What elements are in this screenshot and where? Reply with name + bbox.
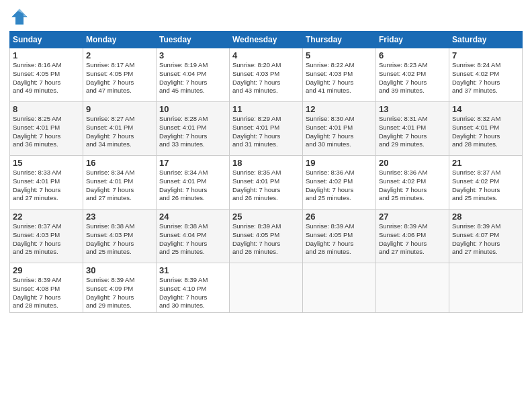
daylight-minutes: and 49 minutes. [13,87,58,94]
daylight-label: Daylight: 7 hours [232,132,280,140]
sunrise-label: Sunrise: 8:37 AM [452,169,500,176]
calendar-cell: 9 Sunrise: 8:27 AM Sunset: 4:01 PM Dayli… [83,102,157,156]
day-number: 10 [159,104,226,114]
sunrise-label: Sunrise: 8:33 AM [13,169,61,176]
daylight-label: Daylight: 7 hours [159,240,207,247]
daylight-label: Daylight: 7 hours [306,79,353,86]
daylight-minutes: and 33 minutes. [159,140,205,148]
sunset-label: Sunset: 4:04 PM [159,70,206,77]
weekday-header: Thursday [303,32,376,48]
daylight-label: Daylight: 7 hours [86,79,134,86]
sunrise-label: Sunrise: 8:36 AM [306,169,354,176]
daylight-label: Daylight: 7 hours [13,79,60,86]
daylight-minutes: and 41 minutes. [306,87,351,94]
day-info: Sunrise: 8:38 AM Sunset: 4:04 PM Dayligh… [159,222,226,257]
day-number: 15 [13,158,80,168]
weekday-header: Friday [376,32,449,48]
sunrise-label: Sunrise: 8:30 AM [306,115,354,122]
sunrise-label: Sunrise: 8:39 AM [13,276,61,283]
sunset-label: Sunset: 4:05 PM [13,70,60,77]
calendar-cell: 3 Sunrise: 8:19 AM Sunset: 4:04 PM Dayli… [157,48,230,102]
day-number: 26 [306,212,373,222]
daylight-label: Daylight: 7 hours [159,79,207,86]
daylight-minutes: and 26 minutes. [306,248,351,255]
sunrise-label: Sunrise: 8:32 AM [452,115,500,122]
calendar-cell: 28 Sunrise: 8:39 AM Sunset: 4:07 PM Dayl… [449,210,523,263]
sunrise-label: Sunrise: 8:23 AM [379,61,427,68]
daylight-minutes: and 30 minutes. [306,140,351,148]
sunrise-label: Sunrise: 8:27 AM [86,115,134,122]
daylight-label: Daylight: 7 hours [452,240,500,247]
sunset-label: Sunset: 4:01 PM [86,124,133,131]
daylight-label: Daylight: 7 hours [13,240,60,247]
daylight-minutes: and 45 minutes. [159,87,205,94]
day-number: 12 [306,104,373,114]
sunset-label: Sunset: 4:01 PM [379,124,426,131]
day-info: Sunrise: 8:35 AM Sunset: 4:01 PM Dayligh… [232,169,300,203]
sunset-label: Sunset: 4:05 PM [86,70,133,77]
day-info: Sunrise: 8:22 AM Sunset: 4:03 PM Dayligh… [306,61,373,95]
daylight-minutes: and 26 minutes. [232,248,278,255]
sunset-label: Sunset: 4:05 PM [232,231,279,238]
daylight-label: Daylight: 7 hours [232,240,280,247]
day-number: 22 [13,212,80,222]
sunrise-label: Sunrise: 8:22 AM [306,61,354,68]
day-number: 28 [452,212,519,222]
sunset-label: Sunset: 4:09 PM [86,285,133,292]
daylight-minutes: and 25 minutes. [452,194,498,201]
calendar-cell: 13 Sunrise: 8:31 AM Sunset: 4:01 PM Dayl… [376,102,449,156]
day-info: Sunrise: 8:39 AM Sunset: 4:08 PM Dayligh… [13,276,80,310]
day-number: 14 [452,104,519,114]
day-number: 8 [13,104,80,114]
calendar-cell: 11 Sunrise: 8:29 AM Sunset: 4:01 PM Dayl… [230,102,303,156]
daylight-minutes: and 26 minutes. [159,194,205,201]
page: SundayMondayTuesdayWednesdayThursdayFrid… [0,0,532,411]
daylight-label: Daylight: 7 hours [306,240,353,247]
day-number: 27 [379,212,446,222]
sunset-label: Sunset: 4:03 PM [232,70,279,77]
sunrise-label: Sunrise: 8:25 AM [13,115,61,122]
daylight-minutes: and 25 minutes. [306,194,351,201]
sunrise-label: Sunrise: 8:39 AM [379,222,427,230]
day-number: 6 [379,50,446,60]
sunrise-label: Sunrise: 8:28 AM [159,115,208,122]
logo-icon [9,7,30,27]
day-info: Sunrise: 8:17 AM Sunset: 4:05 PM Dayligh… [86,61,153,95]
calendar-cell [376,263,449,313]
calendar-cell: 5 Sunrise: 8:22 AM Sunset: 4:03 PM Dayli… [303,48,376,102]
daylight-label: Daylight: 7 hours [159,132,207,140]
sunrise-label: Sunrise: 8:38 AM [159,222,208,230]
weekday-header: Tuesday [157,32,230,48]
sunrise-label: Sunrise: 8:19 AM [159,61,208,68]
calendar-cell: 1 Sunrise: 8:16 AM Sunset: 4:05 PM Dayli… [10,48,83,102]
daylight-label: Daylight: 7 hours [379,132,427,140]
sunset-label: Sunset: 4:02 PM [306,177,353,185]
sunset-label: Sunset: 4:01 PM [452,124,499,131]
sunrise-label: Sunrise: 8:31 AM [379,115,427,122]
day-info: Sunrise: 8:36 AM Sunset: 4:02 PM Dayligh… [379,169,446,203]
daylight-minutes: and 26 minutes. [232,194,278,201]
daylight-label: Daylight: 7 hours [452,186,500,193]
weekday-header: Wednesday [230,32,303,48]
daylight-minutes: and 29 minutes. [379,140,425,148]
sunrise-label: Sunrise: 8:29 AM [232,115,281,122]
day-number: 5 [306,50,373,60]
day-info: Sunrise: 8:27 AM Sunset: 4:01 PM Dayligh… [86,115,153,149]
sunset-label: Sunset: 4:01 PM [13,177,60,185]
daylight-label: Daylight: 7 hours [86,240,134,247]
day-info: Sunrise: 8:36 AM Sunset: 4:02 PM Dayligh… [306,169,373,203]
daylight-minutes: and 27 minutes. [379,248,425,255]
day-info: Sunrise: 8:28 AM Sunset: 4:01 PM Dayligh… [159,115,226,149]
daylight-minutes: and 25 minutes. [86,248,132,255]
calendar-cell [449,263,523,313]
sunrise-label: Sunrise: 8:39 AM [86,276,134,283]
calendar-cell: 4 Sunrise: 8:20 AM Sunset: 4:03 PM Dayli… [230,48,303,102]
sunrise-label: Sunrise: 8:35 AM [232,169,281,176]
calendar-cell: 2 Sunrise: 8:17 AM Sunset: 4:05 PM Dayli… [83,48,157,102]
sunrise-label: Sunrise: 8:39 AM [159,276,208,283]
calendar-cell: 12 Sunrise: 8:30 AM Sunset: 4:01 PM Dayl… [303,102,376,156]
sunrise-label: Sunrise: 8:17 AM [86,61,134,68]
calendar-cell: 14 Sunrise: 8:32 AM Sunset: 4:01 PM Dayl… [449,102,523,156]
daylight-label: Daylight: 7 hours [232,79,280,86]
sunset-label: Sunset: 4:01 PM [159,124,206,131]
